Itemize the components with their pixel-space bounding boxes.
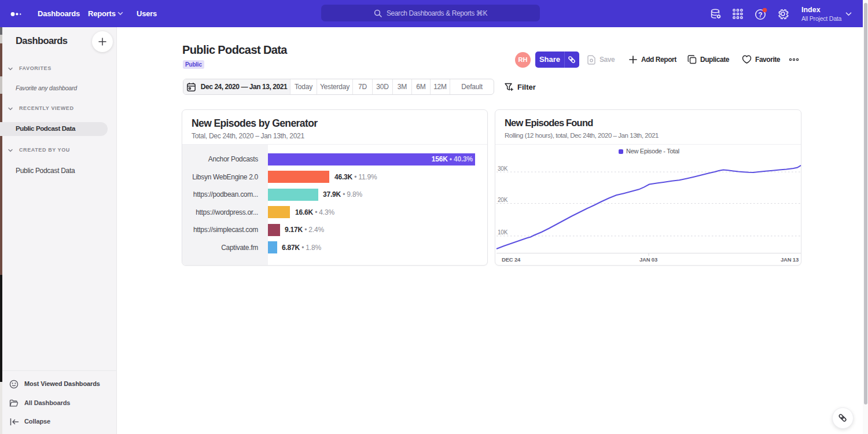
svg-text:?: ? [758, 11, 762, 19]
